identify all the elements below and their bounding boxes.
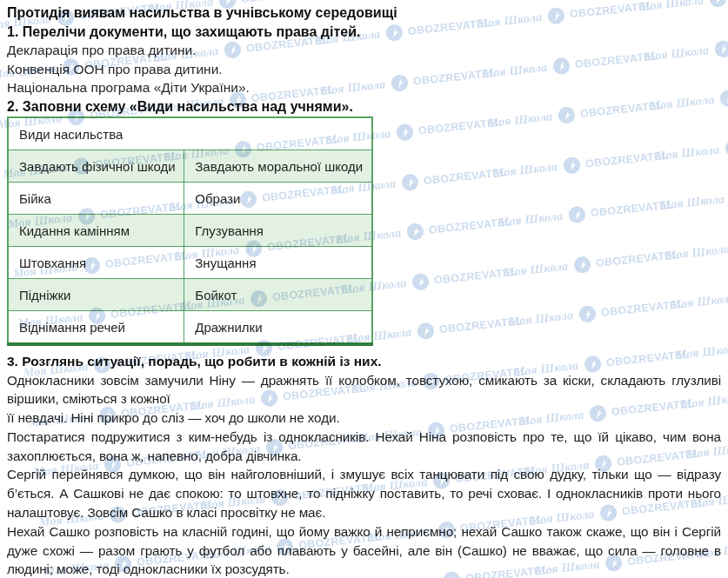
- table-cell: Бійка: [8, 183, 184, 215]
- paragraph-line: б’ється. А Сашкові не дає спокою: то што…: [7, 484, 721, 503]
- paragraph-line: дуже схожі — разом грають у футбол або п…: [7, 541, 721, 561]
- table-row: Віднімання речейДражнилки: [8, 311, 372, 345]
- document-page: Протидія виявам насильства в учнівському…: [0, 0, 728, 578]
- paragraph-line: налаштовує. Зовсім Сашко в класі просвіт…: [7, 503, 721, 522]
- table-row: БійкаОбрази: [8, 183, 372, 215]
- table-cell: Кидання камінням: [8, 215, 184, 247]
- table-cell: Глузування: [184, 215, 372, 247]
- paragraph-line: її невдачі. Ніні прикро до сліз — хоч до…: [7, 409, 721, 428]
- section3-heading: 3. Розглянь ситуації, порадь, що робити …: [7, 352, 721, 371]
- paragraph-line: Однокласники зовсім замучили Ніну — драж…: [7, 371, 721, 390]
- section3-lines: Однокласники зовсім замучили Ніну — драж…: [7, 371, 721, 578]
- table-cell: Знущання: [184, 247, 372, 279]
- table-cell: Завдають фізичної шкоди: [8, 150, 184, 183]
- document-list-item: Конвенція ООН про права дитини.: [7, 60, 721, 79]
- table-row: Види насильства: [8, 117, 372, 150]
- section2-heading: 2. Заповни схему «Види насильства над уч…: [7, 97, 721, 116]
- section1-heading: 1. Перелічи документи, що захищають прав…: [7, 23, 721, 42]
- paragraph-line: віршики, сміються з кожної: [7, 389, 721, 409]
- paragraph-line: людині; може, тоді однокласники їх розсу…: [7, 560, 721, 578]
- paragraph-line: Постаратися подружитися з ким-небудь із …: [7, 428, 721, 447]
- table-row: ШтовханняЗнущання: [8, 247, 372, 279]
- table-cell: Образи: [184, 183, 372, 215]
- document-list-item: Декларація про права дитини.: [7, 41, 721, 60]
- table-row: Кидання каміннямГлузування: [8, 215, 372, 247]
- paragraph-line: Нехай Сашко розповість на класній годині…: [7, 522, 721, 541]
- table-cell: Підніжки: [8, 279, 184, 311]
- table-cell: Завдають моральної шкоди: [184, 150, 372, 183]
- violence-types-table: Види насильстваЗавдають фізичної шкодиЗа…: [7, 116, 373, 346]
- table-row: ПідніжкиБойкот: [8, 279, 372, 311]
- table-row: Завдають фізичної шкодиЗавдають морально…: [8, 150, 372, 183]
- table-cell: Бойкот: [184, 279, 372, 311]
- paragraph-line: Сергій перейнявся думкою, що він найголо…: [7, 465, 721, 484]
- page-title: Протидія виявам насильства в учнівському…: [7, 3, 721, 23]
- table-cell: Віднімання речей: [8, 311, 184, 345]
- violence-table-header-cell: Види насильства: [8, 117, 372, 150]
- table-cell: Штовхання: [8, 247, 184, 279]
- table-cell: Дражнилки: [184, 311, 372, 345]
- paragraph-line: захоплюється, вона ж, напевно, добра дів…: [7, 447, 721, 466]
- document-list-item: Національна програма «Діти України».: [7, 78, 721, 97]
- violence-types-table-body: Види насильстваЗавдають фізичної шкодиЗа…: [8, 117, 372, 344]
